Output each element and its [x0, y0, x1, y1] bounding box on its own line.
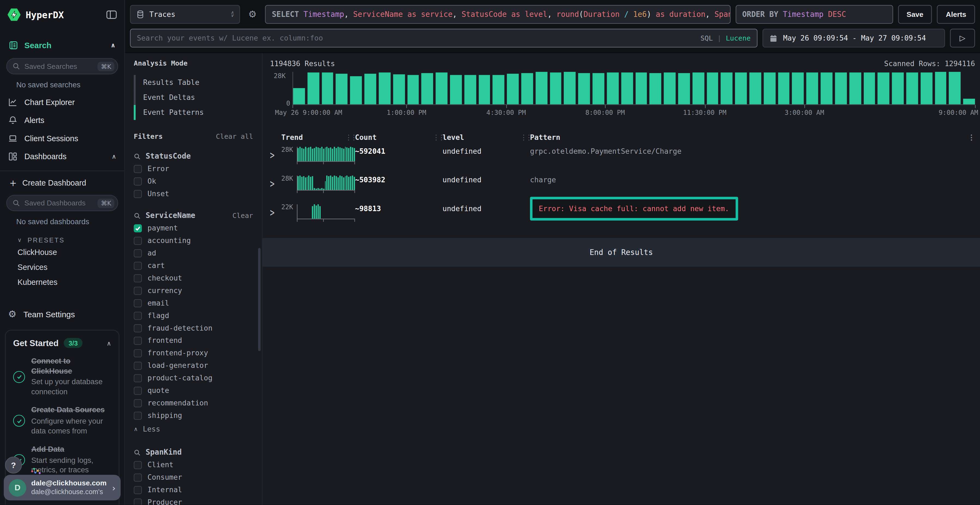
checkbox[interactable] — [134, 411, 142, 419]
filter-option[interactable]: Internal — [134, 483, 262, 496]
get-started-step[interactable]: Create Data Sources Configure where your… — [13, 406, 111, 436]
chevron-up-icon[interactable]: ∧ — [111, 153, 116, 160]
row-expand-chevron[interactable]: > — [270, 147, 282, 162]
show-less-toggle[interactable]: ∧Less — [134, 422, 262, 437]
checkbox[interactable] — [134, 349, 142, 357]
filter-option[interactable]: product-catalog — [134, 372, 262, 384]
sidebar-item-search[interactable]: Search ∧ — [0, 35, 124, 56]
checkbox[interactable] — [134, 399, 142, 407]
checkbox[interactable] — [134, 249, 142, 257]
histogram-bar[interactable] — [707, 73, 718, 105]
checkbox[interactable] — [134, 224, 142, 232]
checkbox[interactable] — [134, 274, 142, 282]
checkbox[interactable] — [134, 165, 142, 173]
filter-option[interactable]: quote — [134, 384, 262, 397]
source-settings-button[interactable]: ⚙ — [245, 5, 260, 24]
column-header-trend[interactable]: Trend — [281, 133, 355, 142]
saved-searches-input[interactable]: Saved Searches ⌘K — [6, 58, 118, 75]
saved-dashboards-input[interactable]: Saved Dashboards ⌘K — [6, 195, 118, 211]
user-menu[interactable]: D dale@clickhouse.com dale@clickhouse.co… — [4, 475, 121, 500]
histogram-bar[interactable] — [764, 72, 775, 104]
checkbox[interactable] — [134, 498, 142, 505]
checkbox[interactable] — [134, 386, 142, 395]
checkbox[interactable] — [134, 237, 142, 245]
checkbox[interactable] — [134, 361, 142, 370]
histogram-bar[interactable] — [792, 73, 804, 105]
source-select[interactable]: Traces ∧∨ — [130, 5, 240, 24]
help-button[interactable]: ? — [5, 457, 22, 473]
histogram-bar[interactable] — [479, 75, 490, 105]
sidebar-item-alerts[interactable]: Alerts — [0, 111, 124, 130]
sidebar-item-client-sessions[interactable]: Client Sessions — [0, 129, 124, 148]
checkbox[interactable] — [134, 190, 142, 198]
mode-event-deltas[interactable]: Event Deltas — [134, 90, 262, 105]
sidebar-collapse-icon[interactable] — [106, 10, 117, 19]
histogram-bar[interactable] — [322, 72, 334, 104]
filter-option[interactable]: checkout — [134, 272, 262, 284]
presets-toggle[interactable]: ∨ PRESETS — [0, 230, 124, 245]
column-drag-handle[interactable]: ⋮⋮ — [433, 133, 443, 142]
histogram-bar[interactable] — [607, 73, 619, 104]
histogram-bar[interactable] — [336, 73, 348, 104]
mode-results-table[interactable]: Results Table — [134, 75, 262, 90]
sidebar-item-preset-services[interactable]: Services — [0, 260, 124, 275]
sidebar-item-team-settings[interactable]: ⚙ Team Settings — [0, 304, 124, 325]
filter-option[interactable]: payment — [134, 222, 262, 234]
filter-option[interactable]: email — [134, 297, 262, 310]
checkbox[interactable] — [134, 177, 142, 185]
histogram-bar[interactable] — [307, 72, 319, 104]
clear-all-filters[interactable]: Clear all — [216, 132, 253, 141]
table-row[interactable]: >22K~98813undefinedError: Visa cache ful… — [270, 199, 975, 234]
filter-option[interactable]: frontend-proxy — [134, 347, 262, 359]
checkbox[interactable] — [134, 286, 142, 295]
sql-select-editor[interactable]: SELECT Timestamp, ServiceName as service… — [265, 5, 730, 24]
filter-option[interactable]: flagd — [134, 309, 262, 322]
filter-option[interactable]: cart — [134, 259, 262, 272]
column-header-level[interactable]: ⋮⋮level — [442, 133, 530, 142]
filter-option[interactable]: recommendation — [134, 397, 262, 409]
histogram-bar[interactable] — [578, 73, 590, 105]
histogram-bar[interactable] — [849, 73, 861, 104]
histogram-bar[interactable] — [664, 72, 676, 105]
get-started-step[interactable]: Connect to ClickHouse Set up your databa… — [13, 357, 111, 397]
date-range-picker[interactable]: May 26 09:09:54 - May 27 09:09:54 — [762, 29, 945, 48]
filter-option[interactable]: load-generator — [134, 359, 262, 372]
checkbox[interactable] — [134, 311, 142, 320]
histogram-bar[interactable] — [364, 74, 376, 104]
histogram-bar[interactable] — [778, 72, 790, 104]
histogram-bar[interactable] — [564, 72, 576, 105]
filter-option[interactable]: Error — [134, 162, 262, 175]
filter-group-clear[interactable]: Clear — [232, 211, 262, 219]
language-toggle-sql[interactable]: SQL — [700, 34, 713, 42]
column-drag-handle[interactable]: ⋮⋮ — [520, 133, 531, 142]
run-query-button[interactable]: ▷ — [950, 29, 975, 48]
column-header-pattern[interactable]: ⋮⋮Pattern — [530, 133, 964, 142]
checkbox[interactable] — [134, 486, 142, 494]
filter-option[interactable]: frontend — [134, 334, 262, 347]
filter-option[interactable]: currency — [134, 284, 262, 297]
histogram-bar[interactable] — [450, 75, 462, 104]
histogram-bar[interactable] — [692, 72, 704, 104]
histogram-bar[interactable] — [507, 73, 519, 104]
filter-option[interactable]: shipping — [134, 409, 262, 422]
histogram-bar[interactable] — [464, 75, 476, 105]
sidebar-item-preset-clickhouse[interactable]: ClickHouse — [0, 245, 124, 260]
filter-option[interactable]: accounting — [134, 234, 262, 247]
table-options-icon[interactable]: ⋮ — [964, 133, 975, 142]
table-row[interactable]: >28K~503982undefinedcharge — [270, 171, 975, 199]
chevron-up-icon[interactable]: ∧ — [107, 340, 111, 346]
filter-option[interactable]: fraud-detection — [134, 322, 262, 334]
histogram-bar[interactable] — [721, 72, 733, 104]
checkbox[interactable] — [134, 299, 142, 307]
event-search-input[interactable]: Search your events w/ Lucene ex. column:… — [130, 29, 757, 48]
histogram-bar[interactable] — [749, 73, 761, 104]
filter-option[interactable]: Consumer — [134, 471, 262, 483]
column-header-count[interactable]: ⋮⋮Count — [355, 133, 442, 142]
histogram-bar[interactable] — [835, 73, 846, 105]
get-started-step[interactable]: Add Data Start sending logs, metrics, or… — [13, 445, 111, 475]
checkbox[interactable] — [134, 461, 142, 469]
checkbox[interactable] — [134, 473, 142, 481]
create-dashboard-button[interactable]: + Create Dashboard — [0, 173, 124, 192]
histogram-bar[interactable] — [649, 73, 661, 104]
histogram-bar[interactable] — [521, 73, 533, 104]
